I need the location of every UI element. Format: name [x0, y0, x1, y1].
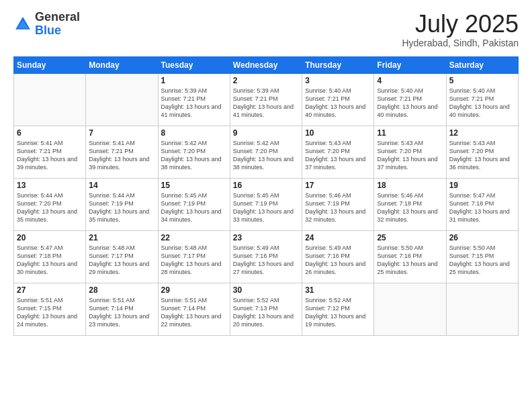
day-number: 29 — [161, 285, 227, 295]
calendar-cell: 7Sunrise: 5:41 AM Sunset: 7:21 PM Daylig… — [86, 126, 158, 178]
calendar-cell: 24Sunrise: 5:49 AM Sunset: 7:16 PM Dayli… — [302, 230, 374, 283]
day-number: 22 — [161, 233, 227, 242]
day-number: 7 — [89, 128, 154, 138]
logo: General Blue — [13, 11, 80, 38]
day-info: Sunrise: 5:51 AM Sunset: 7:14 PM Dayligh… — [89, 296, 154, 329]
calendar-cell: 10Sunrise: 5:43 AM Sunset: 7:20 PM Dayli… — [302, 126, 374, 178]
day-info: Sunrise: 5:39 AM Sunset: 7:21 PM Dayligh… — [233, 87, 299, 120]
day-number: 13 — [17, 181, 83, 190]
day-info: Sunrise: 5:44 AM Sunset: 7:19 PM Dayligh… — [89, 191, 154, 224]
calendar-cell: 26Sunrise: 5:50 AM Sunset: 7:15 PM Dayli… — [446, 230, 518, 283]
calendar-cell: 6Sunrise: 5:41 AM Sunset: 7:21 PM Daylig… — [14, 126, 86, 178]
calendar-cell: 12Sunrise: 5:43 AM Sunset: 7:20 PM Dayli… — [446, 126, 518, 178]
day-info: Sunrise: 5:43 AM Sunset: 7:20 PM Dayligh… — [449, 139, 515, 172]
day-info: Sunrise: 5:47 AM Sunset: 7:18 PM Dayligh… — [17, 244, 83, 277]
calendar-cell: 2Sunrise: 5:39 AM Sunset: 7:21 PM Daylig… — [230, 73, 302, 126]
day-info: Sunrise: 5:45 AM Sunset: 7:19 PM Dayligh… — [161, 191, 227, 224]
calendar-week-row: 20Sunrise: 5:47 AM Sunset: 7:18 PM Dayli… — [14, 230, 519, 283]
calendar-header: SundayMondayTuesdayWednesdayThursdayFrid… — [14, 56, 519, 73]
calendar-cell: 18Sunrise: 5:46 AM Sunset: 7:18 PM Dayli… — [374, 178, 446, 230]
logo-blue: Blue — [35, 24, 61, 37]
day-info: Sunrise: 5:49 AM Sunset: 7:16 PM Dayligh… — [233, 244, 299, 277]
day-number: 2 — [233, 76, 299, 85]
calendar-body: 1Sunrise: 5:39 AM Sunset: 7:21 PM Daylig… — [14, 73, 519, 335]
calendar-cell — [86, 73, 158, 126]
calendar-cell: 3Sunrise: 5:40 AM Sunset: 7:21 PM Daylig… — [302, 73, 374, 126]
logo-general: General — [35, 10, 80, 24]
calendar-cell: 22Sunrise: 5:48 AM Sunset: 7:17 PM Dayli… — [158, 230, 230, 283]
weekday-header: Monday — [86, 56, 158, 73]
calendar-cell: 20Sunrise: 5:47 AM Sunset: 7:18 PM Dayli… — [14, 230, 86, 283]
weekday-row: SundayMondayTuesdayWednesdayThursdayFrid… — [14, 56, 519, 73]
day-number: 19 — [449, 181, 515, 190]
calendar-cell: 11Sunrise: 5:43 AM Sunset: 7:20 PM Dayli… — [374, 126, 446, 178]
day-info: Sunrise: 5:49 AM Sunset: 7:16 PM Dayligh… — [305, 244, 371, 277]
day-number: 14 — [89, 181, 154, 190]
day-number: 28 — [89, 285, 154, 295]
day-number: 27 — [17, 285, 83, 295]
day-number: 31 — [305, 285, 371, 295]
weekday-header: Tuesday — [158, 56, 230, 73]
day-info: Sunrise: 5:47 AM Sunset: 7:18 PM Dayligh… — [449, 191, 515, 224]
day-info: Sunrise: 5:46 AM Sunset: 7:19 PM Dayligh… — [305, 191, 371, 224]
calendar-cell: 19Sunrise: 5:47 AM Sunset: 7:18 PM Dayli… — [446, 178, 518, 230]
day-info: Sunrise: 5:50 AM Sunset: 7:15 PM Dayligh… — [449, 244, 515, 277]
title-block: July 2025 Hyderabad, Sindh, Pakistan — [402, 11, 519, 48]
day-number: 10 — [305, 128, 371, 138]
day-info: Sunrise: 5:50 AM Sunset: 7:16 PM Dayligh… — [377, 244, 443, 277]
logo-text: General Blue — [35, 11, 80, 38]
day-number: 25 — [377, 233, 443, 242]
day-number: 1 — [161, 76, 227, 85]
day-info: Sunrise: 5:43 AM Sunset: 7:20 PM Dayligh… — [305, 139, 371, 172]
day-info: Sunrise: 5:44 AM Sunset: 7:20 PM Dayligh… — [17, 191, 83, 224]
day-info: Sunrise: 5:40 AM Sunset: 7:21 PM Dayligh… — [377, 87, 443, 120]
day-info: Sunrise: 5:51 AM Sunset: 7:14 PM Dayligh… — [161, 296, 227, 329]
calendar-cell: 5Sunrise: 5:40 AM Sunset: 7:21 PM Daylig… — [446, 73, 518, 126]
calendar-week-row: 27Sunrise: 5:51 AM Sunset: 7:15 PM Dayli… — [14, 283, 519, 335]
day-number: 18 — [377, 181, 443, 190]
day-info: Sunrise: 5:48 AM Sunset: 7:17 PM Dayligh… — [161, 244, 227, 277]
day-number: 21 — [89, 233, 154, 242]
day-number: 16 — [233, 181, 299, 190]
calendar-cell: 27Sunrise: 5:51 AM Sunset: 7:15 PM Dayli… — [14, 283, 86, 335]
calendar-cell — [374, 283, 446, 335]
calendar-cell: 28Sunrise: 5:51 AM Sunset: 7:14 PM Dayli… — [86, 283, 158, 335]
day-number: 11 — [377, 128, 443, 138]
calendar-cell: 4Sunrise: 5:40 AM Sunset: 7:21 PM Daylig… — [374, 73, 446, 126]
calendar-cell: 21Sunrise: 5:48 AM Sunset: 7:17 PM Dayli… — [86, 230, 158, 283]
day-number: 26 — [449, 233, 515, 242]
calendar-cell — [14, 73, 86, 126]
logo-icon — [13, 15, 32, 34]
day-number: 30 — [233, 285, 299, 295]
day-number: 9 — [233, 128, 299, 138]
day-info: Sunrise: 5:52 AM Sunset: 7:13 PM Dayligh… — [233, 296, 299, 329]
calendar-cell: 14Sunrise: 5:44 AM Sunset: 7:19 PM Dayli… — [86, 178, 158, 230]
calendar-cell: 9Sunrise: 5:42 AM Sunset: 7:20 PM Daylig… — [230, 126, 302, 178]
calendar-cell: 13Sunrise: 5:44 AM Sunset: 7:20 PM Dayli… — [14, 178, 86, 230]
calendar-week-row: 6Sunrise: 5:41 AM Sunset: 7:21 PM Daylig… — [14, 126, 519, 178]
location: Hyderabad, Sindh, Pakistan — [402, 38, 519, 48]
day-info: Sunrise: 5:40 AM Sunset: 7:21 PM Dayligh… — [305, 87, 371, 120]
calendar-week-row: 1Sunrise: 5:39 AM Sunset: 7:21 PM Daylig… — [14, 73, 519, 126]
weekday-header: Saturday — [446, 56, 518, 73]
calendar-cell: 25Sunrise: 5:50 AM Sunset: 7:16 PM Dayli… — [374, 230, 446, 283]
calendar-cell: 17Sunrise: 5:46 AM Sunset: 7:19 PM Dayli… — [302, 178, 374, 230]
day-number: 20 — [17, 233, 83, 242]
weekday-header: Friday — [374, 56, 446, 73]
day-number: 8 — [161, 128, 227, 138]
day-number: 17 — [305, 181, 371, 190]
day-number: 23 — [233, 233, 299, 242]
weekday-header: Wednesday — [230, 56, 302, 73]
day-info: Sunrise: 5:51 AM Sunset: 7:15 PM Dayligh… — [17, 296, 83, 329]
day-info: Sunrise: 5:45 AM Sunset: 7:19 PM Dayligh… — [233, 191, 299, 224]
calendar-cell: 15Sunrise: 5:45 AM Sunset: 7:19 PM Dayli… — [158, 178, 230, 230]
day-info: Sunrise: 5:39 AM Sunset: 7:21 PM Dayligh… — [161, 87, 227, 120]
day-info: Sunrise: 5:41 AM Sunset: 7:21 PM Dayligh… — [17, 139, 83, 172]
day-info: Sunrise: 5:42 AM Sunset: 7:20 PM Dayligh… — [161, 139, 227, 172]
calendar-cell: 30Sunrise: 5:52 AM Sunset: 7:13 PM Dayli… — [230, 283, 302, 335]
calendar-cell: 1Sunrise: 5:39 AM Sunset: 7:21 PM Daylig… — [158, 73, 230, 126]
day-info: Sunrise: 5:41 AM Sunset: 7:21 PM Dayligh… — [89, 139, 154, 172]
day-info: Sunrise: 5:52 AM Sunset: 7:12 PM Dayligh… — [305, 296, 371, 329]
weekday-header: Sunday — [14, 56, 86, 73]
day-number: 3 — [305, 76, 371, 85]
